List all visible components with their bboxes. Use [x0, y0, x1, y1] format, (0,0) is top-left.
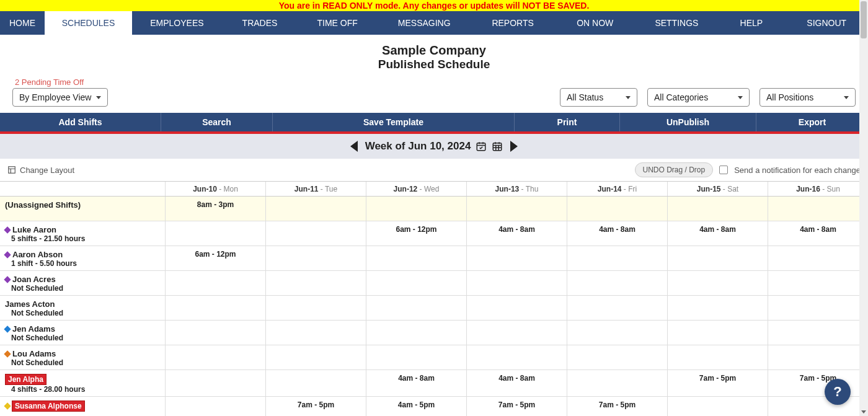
shift-cell[interactable] [768, 321, 868, 345]
nav-reports[interactable]: REPORTS [471, 11, 554, 35]
shift-cell[interactable]: 7am - 5pm [768, 370, 868, 396]
shift-cell[interactable] [768, 246, 868, 270]
shift-cell[interactable] [366, 296, 466, 320]
nav-settings[interactable]: SETTINGS [636, 11, 718, 35]
notify-checkbox[interactable] [719, 166, 728, 174]
nav-messaging[interactable]: MESSAGING [377, 11, 471, 35]
shift-cell[interactable] [667, 197, 768, 221]
nav-employees[interactable]: EMPLOYEES [132, 11, 222, 35]
shift-cell[interactable] [366, 197, 466, 221]
shift-cell[interactable] [768, 271, 868, 295]
action-save-template[interactable]: Save Template [273, 113, 515, 131]
employee-cell[interactable]: James ActonNot Scheduled [0, 296, 165, 320]
shift-cell[interactable] [265, 321, 366, 345]
employee-cell[interactable]: Susanna Alphonse [0, 397, 165, 416]
shift-cell[interactable] [667, 296, 768, 320]
nav-home[interactable]: HOME [0, 11, 45, 35]
nav-help[interactable]: HELP [717, 11, 785, 35]
employee-cell[interactable]: Jen AdamsNot Scheduled [0, 321, 165, 345]
shift-cell[interactable] [265, 197, 366, 221]
shift-cell[interactable] [567, 271, 667, 295]
shift-cell[interactable] [768, 397, 868, 416]
shift-cell[interactable] [466, 321, 567, 345]
shift-cell[interactable] [567, 197, 667, 221]
employee-name[interactable]: James Acton [5, 299, 160, 309]
shift-cell[interactable]: 6am - 12pm [165, 246, 265, 270]
nav-trades[interactable]: TRADES [222, 11, 298, 35]
status-select[interactable]: All Status [560, 88, 637, 107]
shift-cell[interactable]: 4am - 8am [567, 221, 667, 246]
shift-cell[interactable] [768, 197, 868, 221]
shift-cell[interactable] [165, 221, 265, 246]
vertical-scrollbar[interactable] [859, 0, 868, 416]
shift-cell[interactable] [265, 221, 366, 246]
employee-name-badge[interactable]: Jen Alpha [5, 374, 46, 385]
pending-timeoff-link[interactable]: 2 Pending Time Off [15, 77, 108, 87]
prev-week-arrow[interactable] [350, 141, 358, 152]
shift-cell[interactable] [466, 271, 567, 295]
shift-cell[interactable]: 4am - 8am [768, 221, 868, 246]
scroll-thumb[interactable] [861, 1, 867, 38]
shift-cell[interactable] [667, 246, 768, 270]
shift-cell[interactable] [466, 197, 567, 221]
employee-cell[interactable]: (Unassigned Shifts) [0, 197, 165, 221]
action-search[interactable]: Search [161, 113, 273, 131]
employee-cell[interactable]: Lou AdamsNot Scheduled [0, 345, 165, 370]
undo-drag-drop-button[interactable]: UNDO Drag / Drop [635, 162, 714, 177]
view-select[interactable]: By Employee View [12, 88, 108, 107]
shift-cell[interactable] [366, 246, 466, 270]
shift-cell[interactable] [265, 246, 366, 270]
shift-cell[interactable] [667, 397, 768, 416]
shift-cell[interactable] [165, 370, 265, 396]
shift-cell[interactable]: 4am - 8am [466, 221, 567, 246]
employee-name[interactable]: Lou Adams [5, 349, 160, 358]
shift-cell[interactable] [366, 321, 466, 345]
categories-select[interactable]: All Categories [647, 88, 750, 107]
shift-cell[interactable]: 6am - 12pm [366, 221, 466, 246]
shift-cell[interactable] [466, 345, 567, 370]
nav-time-off[interactable]: TIME OFF [298, 11, 377, 35]
shift-cell[interactable] [567, 246, 667, 270]
shift-cell[interactable] [366, 345, 466, 370]
employee-cell[interactable]: Aaron Abson1 shift - 5.50 hours [0, 246, 165, 270]
shift-cell[interactable] [366, 271, 466, 295]
employee-cell[interactable]: Joan AcresNot Scheduled [0, 271, 165, 295]
employee-name[interactable]: Luke Aaron [5, 225, 160, 234]
calendar-check-icon[interactable] [476, 141, 487, 152]
shift-cell[interactable] [768, 345, 868, 370]
shift-cell[interactable]: 4am - 8am [667, 221, 768, 246]
shift-cell[interactable] [567, 296, 667, 320]
shift-cell[interactable]: 7am - 5pm [265, 397, 366, 416]
shift-cell[interactable] [265, 345, 366, 370]
shift-cell[interactable]: 8am - 3pm [165, 197, 265, 221]
change-layout-link[interactable]: Change Layout [7, 166, 74, 175]
shift-cell[interactable] [567, 321, 667, 345]
employee-cell[interactable]: Jen Alpha4 shifts - 28.00 hours [0, 370, 165, 396]
action-export[interactable]: Export [756, 113, 868, 131]
shift-cell[interactable]: 7am - 5pm [466, 397, 567, 416]
nav-schedules[interactable]: SCHEDULES [45, 11, 132, 35]
employee-cell[interactable]: Luke Aaron5 shifts - 21.50 hours [0, 221, 165, 246]
help-fab[interactable]: ? [825, 379, 851, 405]
scroll-down-arrow[interactable] [861, 407, 867, 416]
shift-cell[interactable] [165, 296, 265, 320]
action-add-shifts[interactable]: Add Shifts [0, 113, 161, 131]
nav-on-now[interactable]: ON NOW [554, 11, 636, 35]
employee-name[interactable]: Aaron Abson [5, 250, 160, 259]
next-week-arrow[interactable] [510, 141, 518, 152]
shift-cell[interactable] [466, 246, 567, 270]
shift-cell[interactable]: 7am - 5pm [567, 397, 667, 416]
employee-name-badge[interactable]: Susanna Alphonse [12, 401, 85, 412]
shift-cell[interactable] [165, 321, 265, 345]
action-print[interactable]: Print [515, 113, 620, 131]
shift-cell[interactable] [567, 370, 667, 396]
shift-cell[interactable] [265, 370, 366, 396]
shift-cell[interactable]: 4am - 5pm [366, 397, 466, 416]
shift-cell[interactable] [165, 397, 265, 416]
shift-cell[interactable] [667, 321, 768, 345]
shift-cell[interactable] [466, 296, 567, 320]
shift-cell[interactable]: 4am - 8am [366, 370, 466, 396]
employee-name[interactable]: Jen Adams [5, 324, 160, 334]
shift-cell[interactable]: 4am - 8am [466, 370, 567, 396]
nav-signout[interactable]: SIGNOUT [785, 11, 868, 35]
